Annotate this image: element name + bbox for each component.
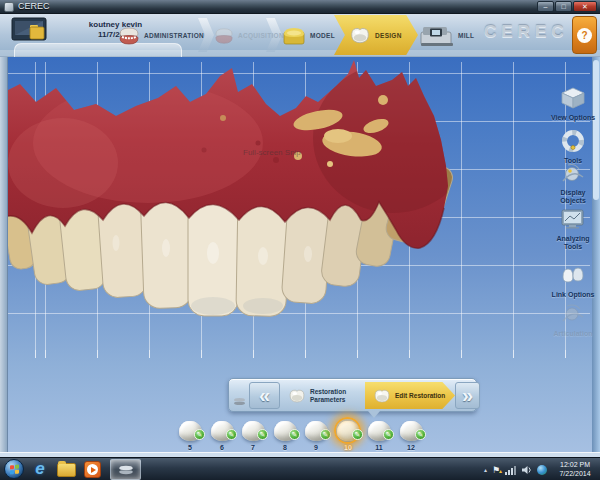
monitor-icon: [548, 207, 598, 235]
speaker-icon[interactable]: [521, 465, 532, 475]
model-box-icon: [282, 26, 306, 46]
file-explorer-icon[interactable]: [57, 463, 76, 477]
tab-design[interactable]: DESIGN: [334, 15, 418, 55]
tooth-number: 11: [363, 444, 395, 451]
sidebar-item-view-options[interactable]: View Options: [548, 86, 598, 122]
sidebar-item-label: View Options: [548, 114, 598, 122]
molar-icon: [288, 388, 306, 404]
sidebar-item-tools[interactable]: Tools: [548, 129, 598, 165]
denture-icon: [118, 464, 134, 476]
patient-monitor-icon: [10, 17, 48, 49]
sidebar-item-display-objects[interactable]: Display Objects: [548, 161, 598, 204]
cerec-logo: CEREC: [484, 22, 569, 42]
system-tray: ▴ ⚑ ▴ 12:02 PM 7/22/2014: [484, 458, 598, 480]
title-bar: CEREC – □ ✕: [0, 0, 600, 14]
phase-toolbar: koutney kevin 11/7/2013 ADMINISTRATION A…: [0, 14, 600, 57]
tooth-button-12[interactable]: ✎ 12: [395, 419, 427, 453]
clock[interactable]: 12:02 PM 7/22/2014: [552, 461, 598, 478]
windows-flag-icon: [10, 464, 19, 474]
help-button[interactable]: ?: [572, 16, 597, 54]
maximize-button[interactable]: □: [555, 1, 572, 12]
window-title: CEREC: [18, 1, 50, 11]
grid-ticks: [8, 350, 590, 358]
tooth-number: 12: [395, 444, 427, 451]
minimize-button[interactable]: –: [537, 1, 554, 12]
tab-label: MILL: [458, 32, 474, 39]
tooth-button-8[interactable]: ✎ 8: [269, 419, 301, 453]
denture-icon: [118, 26, 140, 46]
tab-label: DESIGN: [375, 32, 402, 39]
tooth-button-6[interactable]: ✎ 6: [206, 419, 238, 453]
dental-model-3d[interactable]: [8, 58, 458, 343]
tab-label: ADMINISTRATION: [144, 32, 204, 39]
tooth-number: 5: [174, 444, 206, 451]
snip-overlay-text: Full-screen Snip: [243, 148, 301, 157]
teeth-icon: [548, 263, 598, 291]
tab-label: ACQUISITION: [238, 32, 284, 39]
tab-label: MODEL: [310, 32, 335, 39]
media-player-icon[interactable]: [84, 461, 101, 478]
molar-icon: [373, 388, 391, 404]
taskbar: e ▴ ⚑ ▴ 12:02 PM 7/22/2014: [0, 457, 600, 480]
window-left-border: [0, 57, 8, 452]
tooth-number: 6: [206, 444, 238, 451]
tooth-button-11[interactable]: ✎ 11: [363, 419, 395, 453]
tooth-button-5[interactable]: ✎ 5: [174, 419, 206, 453]
edit-badge-icon: ✎: [352, 429, 363, 440]
tray-time: 12:02 PM: [552, 461, 598, 470]
step-edit-restoration[interactable]: Edit Restoration: [365, 382, 455, 409]
show-hidden-icons[interactable]: ▴: [484, 466, 487, 473]
network-icon[interactable]: [505, 465, 516, 475]
cerec-taskbar-button[interactable]: [110, 459, 141, 480]
internet-explorer-icon[interactable]: e: [30, 459, 50, 479]
edit-badge-icon: ✎: [226, 429, 237, 440]
edit-badge-icon: ✎: [320, 429, 331, 440]
edit-badge-icon: ✎: [289, 429, 300, 440]
step-restoration-parameters[interactable]: Restoration Parameters: [282, 382, 366, 409]
question-mark-icon: ?: [577, 28, 592, 43]
edit-badge-icon: ✎: [194, 429, 205, 440]
start-button[interactable]: [4, 459, 24, 479]
tooth-number: 7: [237, 444, 269, 451]
mini-denture-icon: [233, 392, 246, 410]
close-button[interactable]: ✕: [573, 1, 597, 12]
warning-icon: ▴: [499, 466, 502, 476]
tooth-number: 10: [332, 444, 364, 451]
edit-badge-icon: ✎: [257, 429, 268, 440]
cube-icon: [548, 86, 598, 114]
tab-model[interactable]: MODEL: [282, 16, 335, 55]
sidebar-item-link-options[interactable]: Link Options: [548, 263, 598, 299]
step-label: Edit Restoration: [395, 392, 455, 400]
ring-icon: [548, 129, 598, 157]
tab-acquisition: ACQUISITION: [214, 16, 284, 55]
app-icon: [4, 2, 14, 12]
play-circle-icon: [87, 464, 98, 475]
tooth-button-10[interactable]: ✎ 10: [332, 419, 364, 453]
sidebar-item-label: Display Objects: [548, 189, 598, 204]
step-label: Restoration Parameters: [310, 388, 366, 403]
step-panel: « Restoration Parameters Edit Restoratio…: [228, 378, 477, 412]
molar-icon: [349, 26, 371, 45]
update-orb-icon[interactable]: [537, 465, 547, 475]
tab-mill[interactable]: MILL: [420, 16, 474, 55]
edit-badge-icon: ✎: [383, 429, 394, 440]
tooth-number: 9: [300, 444, 332, 451]
sphere-tools-icon: [548, 161, 598, 189]
tooth-button-9[interactable]: ✎ 9: [300, 419, 332, 453]
edit-badge-icon: ✎: [415, 429, 426, 440]
articulation-icon: [548, 302, 598, 330]
sidebar-item-articulation: Articulation: [548, 302, 598, 338]
tooth-button-7[interactable]: ✎ 7: [237, 419, 269, 453]
sidebar-item-analyzing-tools[interactable]: Analyzing Tools: [548, 207, 598, 250]
sidebar-item-label: Articulation: [548, 330, 598, 338]
tray-date: 7/22/2014: [552, 470, 598, 479]
denture-icon: [214, 27, 234, 45]
tab-administration[interactable]: ADMINISTRATION: [118, 16, 204, 55]
mill-machine-icon: [420, 24, 454, 48]
sidebar-item-label: Link Options: [548, 291, 598, 299]
tooth-number: 8: [269, 444, 301, 451]
sidebar-item-label: Analyzing Tools: [548, 235, 598, 250]
action-center-flag-icon[interactable]: ⚑ ▴: [492, 465, 500, 475]
previous-step-button[interactable]: «: [249, 382, 280, 409]
next-step-button[interactable]: »: [455, 382, 480, 409]
